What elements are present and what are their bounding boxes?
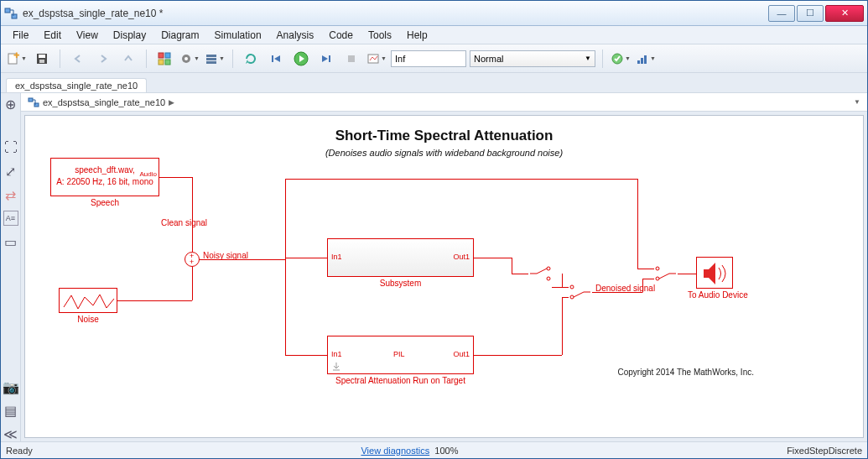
titlebar: ex_dspstsa_single_rate_ne10 * — ☐ ✕	[1, 1, 867, 26]
tabstrip: ex_dspstsa_single_rate_ne10	[1, 73, 867, 93]
breadcrumb: ex_dspstsa_single_rate_ne10 ▶ ▼	[21, 93, 867, 112]
diagram-subtitle: (Denoises audio signals with wideband ba…	[25, 148, 863, 158]
svg-rect-15	[206, 61, 216, 64]
svg-rect-18	[329, 55, 330, 62]
menubar: File Edit View Display Diagram Simulatio…	[1, 26, 867, 44]
library-browser-button[interactable]	[153, 48, 175, 70]
svg-rect-9	[159, 60, 164, 65]
menu-edit[interactable]: Edit	[37, 28, 68, 43]
build-button[interactable]: ▼	[635, 48, 657, 70]
menu-file[interactable]: File	[6, 28, 35, 43]
back-button[interactable]	[67, 48, 89, 70]
minimize-button[interactable]: —	[768, 5, 795, 22]
update-diagram-button[interactable]	[240, 48, 262, 70]
status-progress: 100%	[434, 446, 458, 456]
block-sum[interactable]	[185, 252, 200, 267]
stop-time-input[interactable]	[391, 50, 466, 67]
simulink-icon	[4, 7, 18, 20]
block-pil[interactable]: In1 PIL Out1	[327, 336, 474, 374]
diagram-title: Short-Time Spectral Attenuation	[25, 128, 863, 144]
block-audio-sink[interactable]	[696, 257, 733, 289]
switch-right[interactable]	[654, 265, 678, 285]
svg-rect-23	[641, 58, 643, 64]
maximize-button[interactable]: ☐	[797, 5, 824, 22]
svg-point-36	[656, 277, 659, 280]
svg-text:✚: ✚	[13, 52, 20, 60]
diagram-canvas[interactable]: Short-Time Spectral Attenuation (Denoise…	[24, 115, 864, 438]
label-subsystem: Subsystem	[327, 279, 474, 288]
hide-browser-button[interactable]: ⊕	[3, 96, 18, 112]
viewmark-button[interactable]: ▤	[3, 403, 18, 418]
menu-tools[interactable]: Tools	[361, 28, 398, 43]
svg-rect-24	[644, 55, 647, 64]
svg-rect-13	[206, 55, 216, 57]
step-back-button[interactable]	[265, 48, 287, 70]
svg-rect-5	[39, 55, 45, 58]
svg-rect-8	[165, 53, 170, 58]
label-sink: To Audio Device	[688, 290, 741, 300]
svg-line-33	[574, 292, 584, 297]
model-icon	[28, 96, 39, 108]
model-tab[interactable]: ex_dspstsa_single_rate_ne10	[6, 78, 147, 92]
svg-point-12	[185, 57, 188, 60]
copyright: Copyright 2014 The MathWorks, Inc.	[618, 368, 755, 377]
breadcrumb-model[interactable]: ex_dspstsa_single_rate_ne10	[43, 97, 165, 107]
block-speech[interactable]: speech_dft.wav, A: 22050 Hz, 16 bit, mon…	[50, 158, 159, 196]
svg-line-28	[537, 269, 547, 274]
svg-rect-7	[159, 53, 164, 58]
step-forward-button[interactable]	[315, 48, 337, 70]
svg-rect-1	[12, 14, 17, 18]
block-noise[interactable]	[59, 288, 117, 313]
label-clean: Clean signal	[161, 218, 207, 227]
stop-button[interactable]	[340, 48, 362, 70]
screenshot-button[interactable]: 📷	[3, 379, 18, 394]
statusbar: Ready View diagnostics 100% FixedStepDis…	[1, 441, 867, 458]
svg-point-35	[656, 267, 659, 270]
menu-diagram[interactable]: Diagram	[154, 28, 205, 43]
menu-simulation[interactable]: Simulation	[208, 28, 268, 43]
svg-rect-6	[39, 60, 44, 63]
zoom-in-button[interactable]: ⤢	[3, 164, 18, 179]
status-solver: FixedStepDiscrete	[787, 446, 862, 456]
menu-view[interactable]: View	[70, 28, 105, 43]
svg-point-31	[570, 285, 574, 289]
up-button[interactable]	[117, 48, 139, 70]
menu-help[interactable]: Help	[400, 28, 434, 43]
switch-middle[interactable]	[569, 284, 592, 304]
save-button[interactable]	[31, 48, 53, 70]
svg-rect-22	[637, 60, 640, 64]
new-model-button[interactable]: ✚▼	[6, 48, 28, 70]
block-subsystem[interactable]: In1 Out1	[327, 238, 474, 277]
toolbar: ✚▼ ▼ ▼ ▼ Normal▼ ▼ ▼	[1, 44, 867, 73]
zoom-fit-button[interactable]: ⛶	[3, 140, 18, 155]
breadcrumb-dropdown-icon[interactable]: ▼	[854, 98, 860, 106]
simulation-mode-select[interactable]: Normal▼	[470, 50, 595, 67]
breadcrumb-sep-icon: ▶	[169, 98, 174, 107]
model-explorer-button[interactable]: ▼	[204, 48, 226, 70]
svg-rect-10	[165, 60, 170, 65]
menu-code[interactable]: Code	[322, 28, 360, 43]
record-button[interactable]: ▼	[366, 48, 387, 70]
forward-button[interactable]	[92, 48, 114, 70]
svg-rect-16	[272, 55, 273, 62]
close-button[interactable]: ✕	[825, 5, 864, 22]
view-diagnostics-link[interactable]: View diagnostics	[361, 446, 429, 456]
label-pil: Spectral Attenuation Run on Target	[302, 376, 499, 385]
svg-line-37	[659, 274, 669, 279]
svg-rect-20	[368, 55, 378, 63]
svg-point-29	[547, 267, 550, 270]
switch-top[interactable]	[528, 265, 552, 285]
checks-button[interactable]: ▼	[610, 48, 632, 70]
image-button[interactable]: ▭	[3, 234, 18, 249]
run-button[interactable]	[290, 48, 312, 70]
restore-button[interactable]: ≪	[3, 426, 18, 441]
svg-rect-14	[206, 58, 216, 60]
label-noise: Noise	[59, 315, 117, 324]
svg-point-30	[547, 277, 550, 280]
annotation-button[interactable]: A≡	[3, 211, 18, 226]
toggle-perspective-button[interactable]: ⇄	[3, 187, 18, 202]
model-config-button[interactable]: ▼	[179, 48, 200, 70]
svg-rect-25	[29, 98, 33, 102]
menu-display[interactable]: Display	[107, 28, 153, 43]
menu-analysis[interactable]: Analysis	[270, 28, 321, 43]
